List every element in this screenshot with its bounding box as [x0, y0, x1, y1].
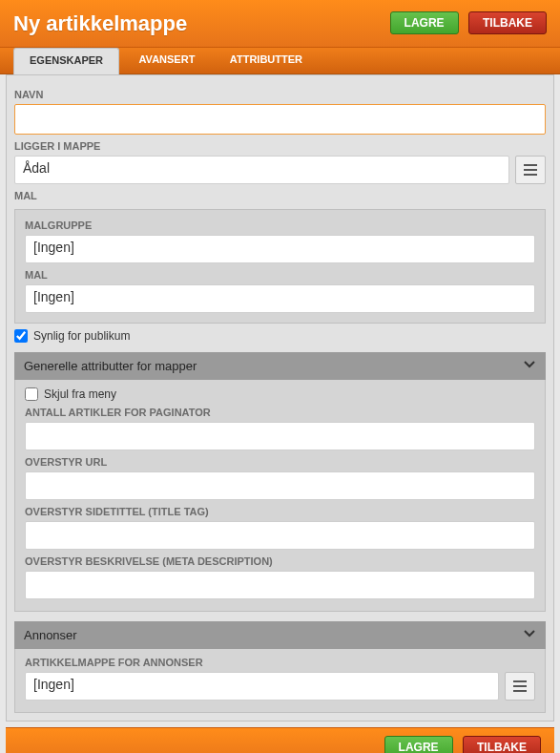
mal-label: MAL — [25, 269, 535, 281]
paginator-input[interactable] — [25, 422, 535, 450]
svg-rect-0 — [524, 164, 537, 166]
titletag-input[interactable] — [25, 521, 535, 550]
ads-mappe-select[interactable]: [Ingen] — [25, 672, 499, 701]
general-section-title: Generelle attributter for mapper — [24, 359, 197, 373]
ligger-label: LIGGER I MAPPE — [14, 140, 546, 152]
form-body: NAVN LIGGER I MAPPE Ådal MAL MALGRUPPE [… — [6, 74, 554, 722]
page-footer: LAGRE TILBAKE — [6, 727, 554, 753]
mal-section-label: MAL — [14, 190, 546, 201]
ads-section-title: Annonser — [24, 628, 77, 642]
malgruppe-select[interactable]: [Ingen] — [25, 235, 535, 263]
ligger-select[interactable]: Ådal — [14, 156, 509, 184]
list-icon — [513, 680, 527, 692]
list-icon — [524, 164, 537, 176]
url-label: OVERSTYR URL — [25, 456, 535, 468]
svg-rect-3 — [513, 680, 527, 682]
synlig-checkbox[interactable] — [14, 329, 28, 343]
tab-bar: EGENSKAPER AVANSERT ATTRIBUTTER — [0, 48, 560, 74]
metadesc-input[interactable] — [25, 571, 535, 599]
back-button-bottom[interactable]: TILBAKE — [463, 736, 541, 753]
general-section-header[interactable]: Generelle attributter for mapper — [14, 352, 546, 380]
skjul-label: Skjul fra meny — [44, 387, 116, 401]
general-section-body: Skjul fra meny ANTALL ARTIKLER FOR PAGIN… — [14, 380, 546, 612]
svg-rect-2 — [524, 174, 537, 176]
svg-rect-1 — [524, 169, 537, 171]
navn-label: NAVN — [14, 89, 546, 100]
tab-egenskaper[interactable]: EGENSKAPER — [13, 48, 119, 74]
save-button[interactable]: LAGRE — [390, 11, 459, 34]
synlig-row: Synlig for publikum — [14, 329, 546, 343]
tab-attributter[interactable]: ATTRIBUTTER — [215, 48, 318, 74]
ads-mappe-label: ARTIKKELMAPPE FOR ANNONSER — [25, 657, 535, 668]
paginator-label: ANTALL ARTIKLER FOR PAGINATOR — [25, 407, 535, 418]
ads-folder-select-button[interactable] — [505, 672, 535, 701]
back-button[interactable]: TILBAKE — [468, 11, 547, 34]
titletag-label: OVERSTYR SIDETITTEL (TITLE TAG) — [25, 506, 535, 517]
folder-select-button[interactable] — [515, 156, 546, 184]
ads-section-body: ARTIKKELMAPPE FOR ANNONSER [Ingen] — [14, 649, 546, 713]
metadesc-label: OVERSTYR BESKRIVELSE (META DESCRIPTION) — [25, 555, 535, 567]
svg-rect-4 — [513, 685, 527, 687]
ads-section-header[interactable]: Annonser — [14, 621, 546, 649]
tab-avansert[interactable]: AVANSERT — [123, 48, 210, 74]
mal-select[interactable]: [Ingen] — [25, 284, 535, 313]
synlig-label: Synlig for publikum — [33, 329, 130, 343]
mal-panel: MALGRUPPE [Ingen] MAL [Ingen] — [14, 209, 546, 324]
skjul-checkbox[interactable] — [25, 387, 38, 401]
header-actions: LAGRE TILBAKE — [384, 11, 547, 34]
save-button-bottom[interactable]: LAGRE — [384, 736, 453, 753]
navn-input[interactable] — [14, 104, 546, 135]
malgruppe-label: MALGRUPPE — [25, 220, 535, 231]
chevron-down-icon — [523, 358, 536, 374]
url-input[interactable] — [25, 471, 535, 500]
chevron-down-icon — [523, 627, 536, 643]
page-header: Ny artikkelmappe LAGRE TILBAKE — [0, 0, 560, 48]
svg-rect-5 — [513, 690, 527, 692]
